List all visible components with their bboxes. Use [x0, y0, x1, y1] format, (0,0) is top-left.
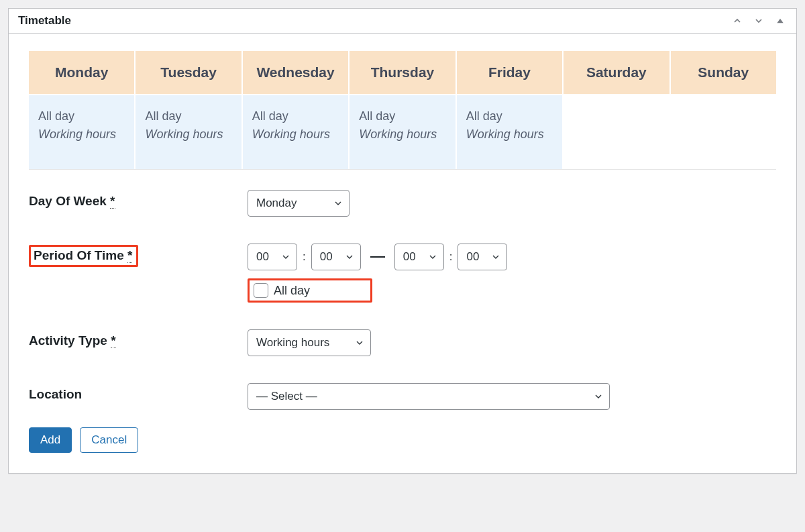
chevron-down-icon — [354, 337, 365, 348]
timetable-cell[interactable]: All day Working hours — [350, 95, 455, 169]
cell-status: Working hours — [252, 125, 340, 144]
chevron-down-icon — [593, 391, 604, 402]
day-header: Tuesday — [136, 51, 241, 94]
all-day-label: All day — [274, 284, 310, 298]
day-header: Thursday — [350, 51, 455, 94]
all-day-checkbox[interactable] — [254, 283, 268, 298]
cell-status: Working hours — [38, 125, 126, 144]
cell-time: All day — [145, 107, 233, 125]
cell-time: All day — [466, 107, 554, 125]
panel-body: Monday Tuesday Wednesday Thursday Friday… — [9, 34, 796, 473]
panel-move-up-icon[interactable] — [731, 14, 744, 28]
cell-status: Working hours — [359, 125, 447, 144]
label-activity-type: Activity Type * — [29, 329, 248, 348]
cell-time: All day — [252, 107, 340, 125]
panel-controls — [731, 14, 787, 28]
panel-header: Timetable — [9, 9, 796, 34]
day-of-week-select[interactable]: Monday — [248, 190, 350, 217]
highlight-period-label: Period Of Time * — [29, 245, 138, 267]
from-minute-select[interactable]: 00 — [311, 244, 361, 270]
timetable-cell[interactable]: All day Working hours — [457, 95, 562, 169]
timetable-cell[interactable]: All day Working hours — [136, 95, 241, 169]
day-header: Saturday — [564, 51, 669, 94]
cell-status: Working hours — [145, 125, 233, 144]
timetable-panel: Timetable Monday Tuesday Wednesday Thurs… — [8, 8, 797, 474]
timetable-cell[interactable]: All day Working hours — [29, 95, 134, 169]
required-mark: * — [110, 194, 115, 209]
timetable-cell[interactable]: All day Working hours — [243, 95, 348, 169]
day-header: Sunday — [671, 51, 776, 94]
row-activity-type: Activity Type * Working hours — [29, 329, 776, 356]
chevron-down-icon — [490, 252, 501, 262]
timetable-cell-empty[interactable] — [564, 95, 669, 169]
row-period-of-time: Period Of Time * 00 : 00 — [29, 244, 776, 303]
time-colon: : — [449, 250, 453, 264]
svg-marker-0 — [777, 19, 783, 23]
activity-type-select[interactable]: Working hours — [248, 329, 371, 356]
day-header: Friday — [457, 51, 562, 94]
location-select[interactable]: — Select — — [248, 383, 610, 410]
label-day-of-week: Day Of Week * — [29, 190, 248, 209]
cell-status: Working hours — [466, 125, 554, 144]
time-range-row: 00 : 00 00 — [248, 244, 776, 270]
all-day-wrap: All day — [248, 278, 776, 303]
chevron-down-icon — [333, 198, 343, 209]
from-hour-select[interactable]: 00 — [248, 244, 297, 270]
highlight-all-day: All day — [248, 278, 372, 303]
button-row: Add Cancel — [29, 427, 776, 453]
chevron-down-icon — [280, 252, 291, 262]
row-day-of-week: Day Of Week * Monday — [29, 190, 776, 217]
timetable-cell-empty[interactable] — [671, 95, 776, 169]
day-header: Wednesday — [243, 51, 348, 94]
timetable-grid: Monday Tuesday Wednesday Thursday Friday… — [29, 51, 776, 169]
chevron-down-icon — [427, 252, 438, 262]
required-mark: * — [111, 333, 115, 348]
panel-collapse-icon[interactable] — [773, 14, 787, 28]
chevron-down-icon — [344, 252, 355, 262]
to-minute-select[interactable]: 00 — [458, 244, 507, 270]
cell-time: All day — [359, 107, 447, 125]
to-hour-select[interactable]: 00 — [394, 244, 444, 270]
label-period-of-time: Period Of Time * — [29, 244, 248, 267]
add-button[interactable]: Add — [29, 427, 72, 453]
cancel-button[interactable]: Cancel — [80, 427, 138, 453]
time-range-dash — [370, 256, 385, 258]
panel-title: Timetable — [18, 14, 71, 28]
time-colon: : — [303, 250, 306, 264]
label-location: Location — [29, 383, 248, 402]
divider — [29, 169, 776, 170]
panel-move-down-icon[interactable] — [752, 14, 765, 28]
cell-time: All day — [38, 107, 126, 125]
day-header: Monday — [29, 51, 134, 94]
required-mark: * — [127, 248, 132, 263]
row-location: Location — Select — — [29, 383, 776, 410]
